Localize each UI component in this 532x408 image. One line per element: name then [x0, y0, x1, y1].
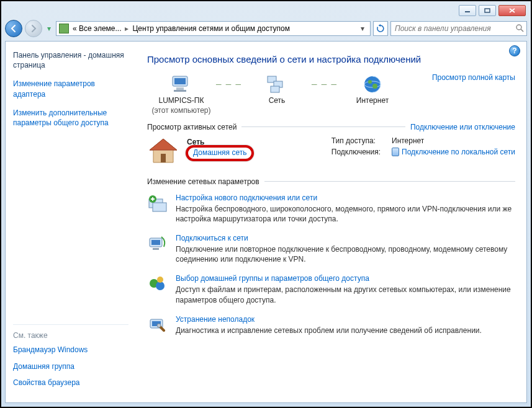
control-panel-icon — [59, 24, 69, 33]
search-icon — [515, 24, 524, 34]
node-this-pc: LUMPICS-ПК (этот компьютер) — [147, 73, 215, 115]
see-also-firewall[interactable]: Брандмауэр Windows — [13, 345, 128, 355]
nav-bar: ▾ « Все элеме... ▸ Центр управления сетя… — [5, 19, 527, 38]
network-type-highlight: Домашняя сеть — [187, 146, 253, 160]
map-connector: ─ ─ ─ — [215, 73, 243, 95]
section-label: Просмотр активных сетей — [147, 123, 237, 131]
detail-key-connections: Подключения: — [331, 148, 381, 156]
option-title-link[interactable]: Выбор домашней группы и параметров общег… — [176, 274, 369, 283]
network-options-list: Настройка нового подключения или сети На… — [147, 193, 515, 335]
option-title-link[interactable]: Устранение неполадок — [176, 315, 255, 324]
search-input[interactable] — [394, 24, 513, 33]
svg-rect-14 — [161, 154, 166, 162]
network-type-link[interactable]: Домашняя сеть — [193, 148, 246, 157]
node-internet-label: Интернет — [356, 97, 389, 105]
svg-rect-16 — [153, 203, 166, 211]
option-desc: Диагностика и исправление сетевых пробле… — [176, 326, 482, 335]
node-network: Сеть — [243, 73, 311, 105]
option-desc: Доступ к файлам и принтерам, расположенн… — [176, 285, 515, 304]
breadcrumb-separator: ▸ — [125, 24, 128, 33]
titlebar — [5, 5, 527, 19]
connect-disconnect-link[interactable]: Подключение или отключение — [410, 123, 515, 131]
homegroup-icon — [147, 274, 168, 294]
pc-icon — [169, 73, 194, 95]
see-also-label: См. также — [13, 331, 128, 340]
connection-name: Подключение по локальной сети — [402, 148, 515, 156]
svg-rect-1 — [485, 9, 490, 12]
address-bar[interactable]: « Все элеме... ▸ Центр управления сетями… — [56, 21, 371, 36]
svg-point-2 — [516, 25, 521, 30]
page-title: Просмотр основных сведений о сети и наст… — [147, 54, 515, 64]
svg-rect-20 — [153, 248, 159, 250]
section-label: Изменение сетевых параметров — [147, 177, 259, 186]
svg-rect-9 — [271, 86, 279, 92]
globe-icon — [360, 73, 385, 95]
see-also-browser-props[interactable]: Свойства браузера — [13, 378, 128, 388]
sidebar-link-adapter-settings[interactable]: Изменение параметров адаптера — [13, 79, 128, 99]
sidebar: Панель управления - домашняя страница Из… — [6, 42, 136, 402]
detail-key-access: Тип доступа: — [331, 136, 381, 145]
active-network-details: Тип доступа: Интернет Подключения: Подкл… — [331, 136, 515, 165]
sidebar-see-also: См. также Брандмауэр Windows Домашняя гр… — [13, 324, 128, 394]
sidebar-link-advanced-sharing[interactable]: Изменить дополнительные параметры общего… — [13, 108, 128, 128]
option-homegroup: Выбор домашней группы и параметров общег… — [147, 274, 515, 304]
nic-icon — [392, 148, 399, 156]
section-active-networks: Просмотр активных сетей Подключение или … — [147, 123, 515, 131]
option-connect-network: Подключиться к сети Подключение или повт… — [147, 234, 515, 264]
node-network-label: Сеть — [269, 97, 286, 105]
option-desc: Настройка беспроводного, широкополосного… — [176, 204, 515, 224]
svg-rect-5 — [176, 87, 184, 90]
nav-history-dropdown[interactable]: ▾ — [45, 22, 53, 35]
content-pane: ? Просмотр основных сведений о сети и на… — [136, 42, 526, 402]
home-network-icon — [147, 136, 179, 165]
detail-value-access: Интернет — [392, 136, 515, 145]
active-network-name: Сеть — [187, 138, 253, 146]
sidebar-home-link[interactable]: Панель управления - домашняя страница — [13, 50, 128, 70]
section-change-settings: Изменение сетевых параметров — [147, 177, 515, 186]
connection-link[interactable]: Подключение по локальной сети — [392, 148, 515, 156]
svg-rect-19 — [151, 240, 160, 245]
minimize-button[interactable] — [459, 5, 476, 16]
address-dropdown[interactable]: ▾ — [358, 24, 367, 33]
window-body: Панель управления - домашняя страница Из… — [5, 41, 527, 403]
close-button[interactable] — [498, 5, 526, 16]
option-title-link[interactable]: Подключиться к сети — [176, 234, 248, 242]
svg-point-12 — [368, 80, 372, 84]
search-box[interactable] — [390, 21, 527, 36]
option-desc: Подключение или повторное подключение к … — [176, 244, 515, 264]
network-icon — [264, 73, 289, 95]
svg-rect-0 — [465, 11, 470, 12]
breadcrumb-part[interactable]: Центр управления сетями и общим доступом — [132, 24, 290, 33]
back-button[interactable] — [5, 20, 22, 37]
svg-rect-6 — [174, 90, 186, 92]
svg-point-23 — [157, 277, 163, 283]
option-troubleshoot: Устранение неполадок Диагностика и испра… — [147, 315, 515, 335]
network-map-row: LUMPICS-ПК (этот компьютер) ─ ─ ─ Сеть ─… — [147, 73, 515, 115]
maximize-button[interactable] — [479, 5, 496, 16]
window-chrome: ▾ « Все элеме... ▸ Центр управления сетя… — [1, 1, 531, 407]
breadcrumb-part[interactable]: « Все элеме... — [73, 24, 121, 33]
section-divider — [264, 181, 515, 182]
svg-point-13 — [372, 84, 377, 89]
node-internet: Интернет — [338, 73, 407, 105]
option-new-connection: Настройка нового подключения или сети На… — [147, 193, 515, 224]
refresh-button[interactable] — [373, 21, 388, 36]
node-pc-label: LUMPICS-ПК — [159, 97, 204, 105]
option-title-link[interactable]: Настройка нового подключения или сети — [176, 193, 317, 202]
svg-rect-4 — [174, 78, 186, 84]
see-also-homegroup[interactable]: Домашняя группа — [13, 361, 128, 371]
troubleshoot-icon — [147, 315, 168, 335]
active-network-block: Сеть Домашняя сеть Тип доступа: Интернет… — [147, 136, 515, 165]
forward-button[interactable] — [25, 20, 42, 37]
map-connector: ─ ─ ─ — [311, 73, 338, 95]
full-map-link[interactable]: Просмотр полной карты — [432, 73, 515, 82]
section-divider — [241, 126, 405, 127]
node-pc-sublabel: (этот компьютер) — [152, 107, 211, 115]
svg-point-22 — [156, 282, 165, 290]
svg-point-26 — [157, 324, 161, 327]
help-button[interactable]: ? — [509, 45, 520, 56]
new-connection-icon — [147, 193, 168, 213]
connect-icon — [147, 234, 168, 254]
